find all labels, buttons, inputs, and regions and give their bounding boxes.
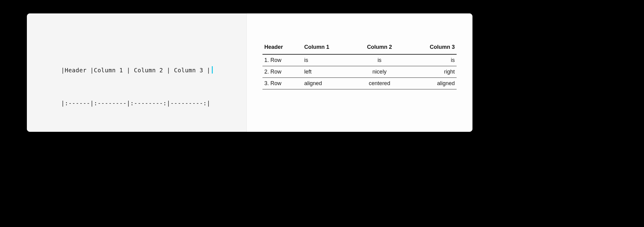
- table-cell: aligned: [302, 78, 354, 89]
- table-header-row: Header Column 1 Column 2 Column 3: [262, 41, 457, 54]
- table-cell: left: [302, 66, 354, 78]
- table-header-cell: Header: [262, 41, 302, 54]
- table-row: 1. Row is is is: [262, 54, 457, 66]
- table-header-cell: Column 3: [405, 41, 457, 54]
- editor-line[interactable]: |Header |Column 1 | Column 2 | Column 3 …: [61, 65, 246, 76]
- text-cursor: [212, 66, 213, 74]
- editor-line-text: |Header |Column 1 | Column 2 | Column 3 …: [61, 67, 211, 74]
- table-cell: centered: [354, 78, 405, 89]
- table-cell: 1. Row: [262, 54, 302, 66]
- editor-line-text: |:------|:--------|:--------:|---------:…: [61, 100, 211, 106]
- table-cell: right: [405, 66, 457, 78]
- editor-line[interactable]: |:------|:--------|:--------:|---------:…: [61, 98, 246, 109]
- table-cell: is: [302, 54, 354, 66]
- markdown-editor-window: |Header |Column 1 | Column 2 | Column 3 …: [27, 13, 472, 132]
- editor-pane[interactable]: |Header |Column 1 | Column 2 | Column 3 …: [27, 13, 247, 132]
- table-header-cell: Column 1: [302, 41, 354, 54]
- table-cell: is: [405, 54, 457, 66]
- table-cell: 3. Row: [262, 78, 302, 89]
- preview-table: Header Column 1 Column 2 Column 3 1. Row…: [262, 41, 457, 89]
- table-cell: is: [354, 54, 405, 66]
- editor-content[interactable]: |Header |Column 1 | Column 2 | Column 3 …: [61, 43, 246, 132]
- table-cell: nicely: [354, 66, 405, 78]
- editor-line[interactable]: |1. Row | is | is | is |: [61, 131, 246, 132]
- table-row: 3. Row aligned centered aligned: [262, 78, 457, 89]
- preview-pane: Header Column 1 Column 2 Column 3 1. Row…: [247, 13, 472, 132]
- table-cell: 2. Row: [262, 66, 302, 78]
- table-row: 2. Row left nicely right: [262, 66, 457, 78]
- table-cell: aligned: [405, 78, 457, 89]
- table-header-cell: Column 2: [354, 41, 405, 54]
